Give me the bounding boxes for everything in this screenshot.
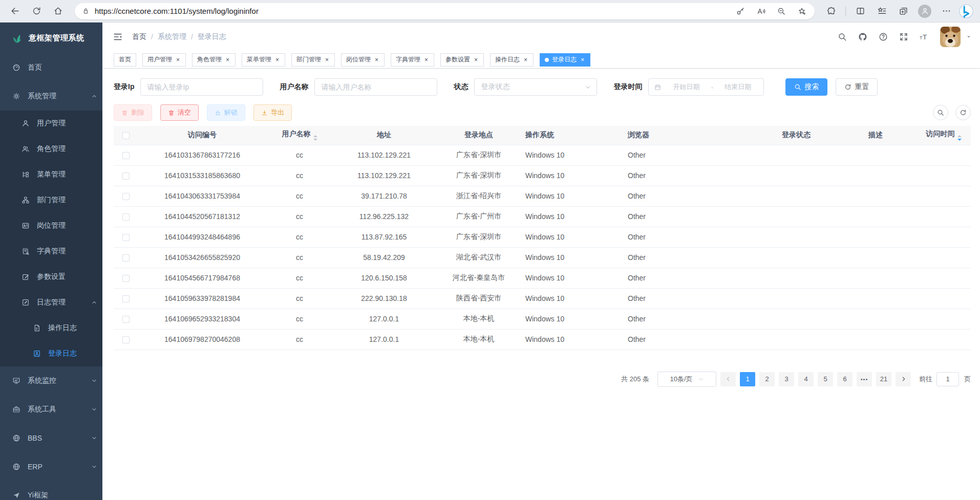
row-checkbox[interactable] (122, 172, 130, 180)
breadcrumb-system[interactable]: 系统管理 (158, 32, 186, 41)
add-favorite-button[interactable] (794, 4, 809, 18)
more-pages-button[interactable]: ••• (857, 372, 872, 386)
collapse-sidebar-button[interactable] (110, 29, 126, 45)
fullscreen-button[interactable] (899, 32, 908, 41)
sidebar-item-dept-mgmt[interactable]: 部门管理 (0, 187, 102, 213)
page-button-4[interactable]: 4 (798, 372, 814, 386)
split-screen-button[interactable] (851, 3, 869, 20)
sidebar-item-home[interactable]: 首页 (0, 53, 102, 82)
address-bar[interactable]: https://ccnetcore.com:1101/system/log/lo… (75, 3, 815, 19)
username-input[interactable] (314, 78, 437, 96)
sort-control[interactable] (957, 135, 962, 141)
tab-dept[interactable]: 部门管理× (291, 53, 335, 67)
tab-close-icon[interactable]: × (523, 56, 528, 63)
sidebar-item-post-mgmt[interactable]: 岗位管理 (0, 213, 102, 238)
page-size-select[interactable]: 10条/页 (657, 372, 716, 387)
show-search-toggle-button[interactable] (933, 105, 948, 120)
user-avatar[interactable] (940, 27, 961, 47)
url-text[interactable]: https://ccnetcore.com:1101/system/log/lo… (95, 7, 733, 15)
export-button[interactable]: 导出 (253, 104, 292, 121)
sidebar-item-sys-monitor[interactable]: 系统监控 (0, 366, 102, 395)
sidebar-item-yi-frame[interactable]: Yi框架 (0, 481, 102, 500)
tab-close-icon[interactable]: × (324, 56, 330, 63)
favorites-button[interactable] (872, 3, 891, 20)
read-aloud-button[interactable] (753, 4, 769, 18)
next-page-button[interactable] (896, 372, 911, 386)
home-button[interactable] (48, 3, 68, 20)
browser-profile-button[interactable] (915, 3, 934, 20)
row-checkbox[interactable] (122, 254, 130, 262)
tab-oplog[interactable]: 操作日志× (490, 53, 534, 67)
sidebar-item-sys-tools[interactable]: 系统工具 (0, 395, 102, 424)
app-logo[interactable]: 意框架管理系统 (0, 23, 102, 53)
collections-button[interactable] (894, 3, 912, 20)
sort-control[interactable] (313, 135, 317, 141)
row-checkbox[interactable] (122, 295, 130, 302)
tab-post[interactable]: 岗位管理× (341, 53, 385, 67)
tab-user[interactable]: 用户管理× (142, 53, 186, 67)
sidebar-item-bbs[interactable]: BBS (0, 424, 102, 452)
unlock-button[interactable]: 解锁 (207, 104, 245, 121)
page-button-2[interactable]: 2 (759, 372, 775, 386)
tab-loginlog[interactable]: 登录日志× (540, 53, 590, 67)
tab-role[interactable]: 角色管理× (192, 53, 236, 67)
extensions-button[interactable] (822, 3, 840, 20)
github-button[interactable] (858, 32, 867, 41)
help-button[interactable] (879, 32, 888, 41)
status-select[interactable]: 登录状态 (474, 78, 597, 96)
row-checkbox[interactable] (122, 152, 130, 159)
date-range-picker[interactable]: 开始日期 - 结束日期 (648, 78, 764, 96)
delete-button[interactable]: 删除 (114, 104, 152, 121)
tab-close-icon[interactable]: × (473, 56, 479, 63)
row-checkbox[interactable] (122, 234, 130, 241)
sidebar-item-log-mgmt[interactable]: 日志管理 (0, 290, 102, 315)
page-button-21[interactable]: 21 (876, 372, 891, 386)
sidebar-item-erp[interactable]: ERP (0, 452, 102, 481)
clear-button[interactable]: 清空 (160, 104, 199, 121)
tab-close-icon[interactable]: × (374, 56, 379, 63)
sidebar-item-login-log[interactable]: 登录日志 (0, 341, 102, 366)
password-button[interactable] (733, 4, 748, 18)
tab-close-icon[interactable]: × (225, 56, 230, 63)
page-button-5[interactable]: 5 (818, 372, 833, 386)
sidebar-item-dict-mgmt[interactable]: 字典管理 (0, 238, 102, 264)
page-button-3[interactable]: 3 (779, 372, 794, 386)
row-checkbox[interactable] (122, 275, 130, 282)
reset-button[interactable]: 重置 (836, 78, 878, 96)
tab-dict[interactable]: 字典管理× (391, 53, 434, 67)
tab-close-icon[interactable]: × (274, 56, 280, 63)
tab-param[interactable]: 参数设置× (440, 53, 484, 67)
ip-input[interactable] (140, 78, 263, 96)
avatar-caret-icon[interactable] (966, 34, 972, 40)
sidebar-item-system-mgmt[interactable]: 系统管理 (0, 82, 102, 111)
row-checkbox[interactable] (122, 316, 130, 323)
row-checkbox[interactable] (122, 213, 130, 221)
prev-page-button[interactable] (720, 372, 736, 386)
header-search-button[interactable] (838, 32, 847, 41)
back-button[interactable] (5, 3, 25, 20)
browser-menu-button[interactable] (937, 3, 955, 20)
refresh-table-button[interactable] (955, 105, 971, 120)
sidebar-item-role-mgmt[interactable]: 角色管理 (0, 136, 102, 162)
bing-chat-button[interactable] (958, 4, 974, 19)
font-size-button[interactable]: TT (920, 32, 929, 41)
tab-home[interactable]: 首页 (114, 53, 136, 67)
sidebar-item-op-log[interactable]: 操作日志 (0, 315, 102, 341)
page-button-6[interactable]: 6 (837, 372, 853, 386)
goto-page-input[interactable] (936, 372, 959, 386)
sidebar-item-user-mgmt[interactable]: 用户管理 (0, 111, 102, 136)
page-button-1[interactable]: 1 (740, 372, 755, 386)
tab-menu[interactable]: 菜单管理× (242, 53, 285, 67)
zoom-out-button[interactable] (774, 4, 789, 18)
tab-close-icon[interactable]: × (580, 56, 585, 63)
sidebar-item-param-settings[interactable]: 参数设置 (0, 264, 102, 290)
search-button[interactable]: 搜索 (785, 78, 827, 96)
breadcrumb-home[interactable]: 首页 (132, 32, 146, 41)
refresh-button[interactable] (27, 3, 46, 20)
tab-close-icon[interactable]: × (423, 56, 429, 63)
select-all-checkbox[interactable] (122, 132, 130, 139)
tab-close-icon[interactable]: × (175, 56, 181, 63)
row-checkbox[interactable] (122, 336, 130, 343)
sidebar-item-menu-mgmt[interactable]: 菜单管理 (0, 162, 102, 187)
row-checkbox[interactable] (122, 193, 130, 200)
